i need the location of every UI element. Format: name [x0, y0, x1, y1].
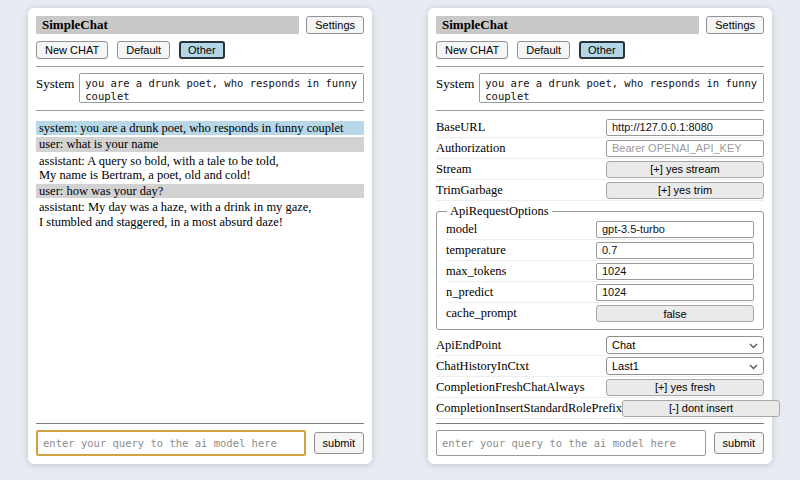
chat-message-assistant: assistant: My day was a haze, with a dri…	[36, 200, 364, 229]
completionfreshchatalways-toggle-button[interactable]: [+] yes fresh	[606, 379, 764, 396]
new-chat-button[interactable]: New CHAT	[436, 41, 508, 59]
setting-row-stream: Stream [+] yes stream	[436, 159, 764, 180]
chat-message-system: system: you are a drunk poet, who respon…	[36, 121, 364, 135]
temperature-input[interactable]	[596, 242, 754, 259]
divider	[436, 110, 764, 111]
system-prompt-input[interactable]: you are a drunk poet, who responds in fu…	[79, 73, 364, 103]
settings-window: SimpleChat Settings New CHAT Default Oth…	[428, 8, 772, 464]
submit-button[interactable]: submit	[714, 432, 764, 454]
divider	[36, 423, 364, 424]
setting-row-temperature: temperature	[446, 240, 754, 261]
baseurl-label: BaseURL	[436, 120, 606, 135]
setting-row-completionfreshchatalways: CompletionFreshChatAlways [+] yes fresh	[436, 377, 764, 398]
session-tab-other[interactable]: Other	[579, 41, 625, 59]
system-prompt-input[interactable]: you are a drunk poet, who responds in fu…	[479, 73, 764, 103]
completioninsertstandardroleprefix-toggle-button[interactable]: [-] dont insert	[622, 400, 780, 417]
setting-row-cache-prompt: cache_prompt false	[446, 303, 754, 324]
divider	[436, 66, 764, 67]
stream-label: Stream	[436, 162, 606, 177]
model-label: model	[446, 222, 596, 237]
setting-row-n-predict: n_predict	[446, 282, 754, 303]
temperature-label: temperature	[446, 243, 596, 258]
chat-message-assistant: assistant: A query so bold, with a tale …	[36, 154, 364, 183]
setting-row-trimgarbage: TrimGarbage [+] yes trim	[436, 180, 764, 201]
submit-button[interactable]: submit	[314, 432, 364, 454]
chat-message-list: system: you are a drunk poet, who respon…	[36, 119, 364, 231]
trimgarbage-toggle-button[interactable]: [+] yes trim	[606, 182, 764, 199]
setting-row-chathistoryinctxt: ChatHistoryInCtxt Last1	[436, 356, 764, 377]
completionfreshchatalways-label: CompletionFreshChatAlways	[436, 380, 606, 395]
header: SimpleChat Settings	[436, 16, 764, 34]
query-bar: submit	[436, 430, 764, 456]
setting-row-authorization: Authorization	[436, 138, 764, 159]
app-title: SimpleChat	[36, 16, 299, 34]
new-chat-button[interactable]: New CHAT	[36, 41, 108, 59]
header: SimpleChat Settings	[36, 16, 364, 34]
trimgarbage-label: TrimGarbage	[436, 183, 606, 198]
divider	[36, 110, 364, 111]
n-predict-input[interactable]	[596, 284, 754, 301]
spacer	[36, 231, 364, 423]
chevron-down-icon	[749, 339, 758, 351]
session-tab-default[interactable]: Default	[117, 41, 170, 59]
system-label: System	[436, 73, 474, 92]
app-title: SimpleChat	[436, 16, 699, 34]
query-input[interactable]	[36, 430, 306, 456]
setting-row-max-tokens: max_tokens	[446, 261, 754, 282]
chathistoryinctxt-select[interactable]: Last1	[606, 357, 764, 375]
cache-prompt-label: cache_prompt	[446, 306, 596, 321]
setting-row-baseurl: BaseURL	[436, 117, 764, 138]
chathistoryinctxt-selected-value: Last1	[612, 360, 639, 372]
completioninsertstandardroleprefix-label: CompletionInsertStandardRolePrefix	[436, 401, 622, 416]
chat-window: SimpleChat Settings New CHAT Default Oth…	[28, 8, 372, 464]
session-tab-other[interactable]: Other	[179, 41, 225, 59]
setting-row-apiendpoint: ApiEndPoint Chat	[436, 335, 764, 356]
authorization-input[interactable]	[606, 140, 764, 157]
query-bar: submit	[36, 430, 364, 456]
api-request-options-legend: ApiRequestOptions	[447, 204, 552, 219]
query-input[interactable]	[436, 430, 706, 456]
n-predict-label: n_predict	[446, 285, 596, 300]
system-label: System	[36, 73, 74, 92]
settings-button[interactable]: Settings	[706, 16, 764, 34]
api-request-options-group: ApiRequestOptions model temperature max_…	[436, 204, 764, 330]
max-tokens-label: max_tokens	[446, 264, 596, 279]
chevron-down-icon	[749, 360, 758, 372]
model-input[interactable]	[596, 221, 754, 238]
apiendpoint-select[interactable]: Chat	[606, 336, 764, 354]
apiendpoint-selected-value: Chat	[612, 339, 635, 351]
divider	[36, 66, 364, 67]
chat-message-user: user: what is your name	[36, 137, 364, 151]
setting-row-completioninsertstandardroleprefix: CompletionInsertStandardRolePrefix [-] d…	[436, 398, 764, 419]
chat-message-user: user: how was your day?	[36, 184, 364, 198]
divider	[436, 423, 764, 424]
authorization-label: Authorization	[436, 141, 606, 156]
system-prompt-row: System you are a drunk poet, who respond…	[436, 73, 764, 103]
session-tab-default[interactable]: Default	[517, 41, 570, 59]
system-prompt-row: System you are a drunk poet, who respond…	[36, 73, 364, 103]
chathistoryinctxt-label: ChatHistoryInCtxt	[436, 359, 606, 374]
apiendpoint-label: ApiEndPoint	[436, 338, 606, 353]
session-tabs: New CHAT Default Other	[436, 41, 764, 59]
session-tabs: New CHAT Default Other	[36, 41, 364, 59]
baseurl-input[interactable]	[606, 119, 764, 136]
stream-toggle-button[interactable]: [+] yes stream	[606, 161, 764, 178]
max-tokens-input[interactable]	[596, 263, 754, 280]
cache-prompt-toggle-button[interactable]: false	[596, 305, 754, 322]
settings-button[interactable]: Settings	[306, 16, 364, 34]
setting-row-model: model	[446, 219, 754, 240]
